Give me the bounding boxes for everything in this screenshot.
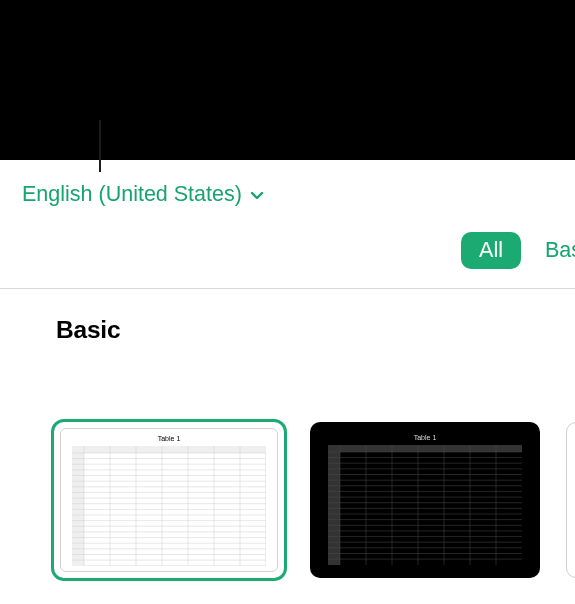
template-preview: Table 1 (316, 428, 534, 572)
template-label: Table 1 (158, 435, 181, 442)
language-dropdown[interactable]: English (United States) (22, 182, 264, 207)
template-blank-dark[interactable]: Table 1 (310, 422, 540, 578)
filter-basic-button[interactable]: Basic (545, 238, 575, 263)
top-black-region (0, 0, 575, 160)
chevron-down-icon (250, 188, 264, 202)
template-blank-light[interactable]: Table 1 (54, 422, 284, 578)
template-grid-preview (328, 445, 522, 565)
template-label: Table 1 (414, 434, 437, 441)
svg-rect-31 (328, 445, 522, 452)
language-label: English (United States) (22, 182, 242, 207)
header-divider (0, 288, 575, 289)
template-grid-preview (72, 446, 266, 566)
templates-row: Table 1 Table 1 (54, 422, 575, 578)
template-chooser-panel: English (United States) All Basic Basic … (0, 160, 575, 604)
filter-all-button[interactable]: All (461, 232, 521, 269)
callout-line (99, 120, 101, 172)
filter-row: All Basic (461, 232, 575, 269)
template-preview: Table 1 (60, 428, 278, 572)
svg-rect-1 (72, 446, 266, 453)
section-title-basic: Basic (56, 316, 120, 344)
template-next-partial[interactable] (566, 422, 575, 578)
